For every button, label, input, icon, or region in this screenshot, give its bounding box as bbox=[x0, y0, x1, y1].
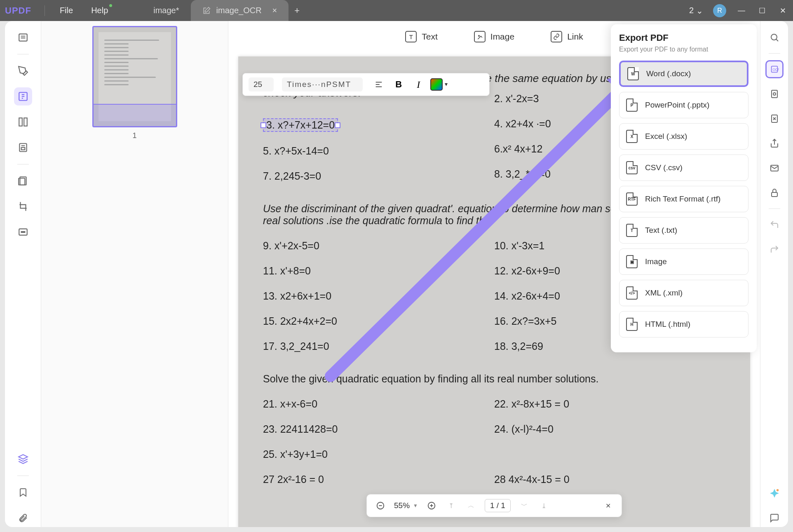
search-icon[interactable] bbox=[765, 28, 784, 47]
ppt-icon: P bbox=[626, 98, 638, 112]
redact-icon[interactable] bbox=[14, 223, 32, 241]
app-logo: UPDF bbox=[5, 5, 31, 16]
annotate-icon[interactable] bbox=[14, 62, 32, 80]
first-page-button[interactable]: ⤒ bbox=[445, 499, 458, 512]
forms-icon[interactable] bbox=[14, 138, 32, 157]
html-icon: H bbox=[626, 318, 638, 331]
export-subtitle: Export your PDF to any format bbox=[619, 46, 748, 53]
rtf-icon: RTF bbox=[626, 192, 638, 206]
export-powerpoint[interactable]: PPowerPoint (.pptx) bbox=[619, 92, 748, 118]
email-icon[interactable] bbox=[765, 159, 784, 177]
edit-pdf-icon[interactable] bbox=[14, 87, 32, 105]
svg-rect-33 bbox=[772, 192, 777, 197]
export-word[interactable]: WWord (.docx) bbox=[619, 61, 748, 87]
question-23[interactable]: 23. 22411428=0 bbox=[263, 423, 494, 435]
organize-pages-icon[interactable] bbox=[14, 113, 32, 131]
minimize-button[interactable]: — bbox=[736, 6, 747, 15]
close-button[interactable]: ✕ bbox=[777, 6, 788, 15]
export-csv[interactable]: csvCSV (.csv) bbox=[619, 155, 748, 181]
page-thumbnail[interactable] bbox=[92, 26, 177, 127]
question-3[interactable]: 3. x?+7x+12=0 bbox=[263, 118, 494, 132]
text-icon: T bbox=[405, 31, 417, 42]
italic-button[interactable]: I bbox=[411, 77, 426, 92]
question-13[interactable]: 13. x2+6x+1=0 bbox=[263, 290, 494, 302]
layers-icon[interactable] bbox=[14, 450, 32, 468]
zoom-out-button[interactable] bbox=[374, 499, 387, 512]
page-indicator[interactable]: 1 / 1 bbox=[485, 499, 511, 512]
attachment-icon[interactable] bbox=[14, 509, 32, 527]
text-format-toolbar: 25▼ Times···nPSMT▼ B I bbox=[242, 73, 490, 96]
question-7[interactable]: 7. 2,245-3=0 bbox=[263, 170, 494, 182]
text-tool[interactable]: TText bbox=[405, 31, 438, 42]
tab-image-ocr[interactable]: image_OCR × bbox=[191, 0, 289, 21]
question-22[interactable]: 22. x²-8x+15 = 0 bbox=[494, 398, 725, 410]
undo-icon[interactable] bbox=[765, 216, 784, 234]
bookmark-icon[interactable] bbox=[14, 483, 32, 502]
xml-icon: </> bbox=[626, 286, 638, 300]
menu-file[interactable]: File bbox=[60, 6, 73, 15]
question-24[interactable]: 24. (x-l)²-4=0 bbox=[494, 423, 725, 435]
font-family-select[interactable]: Times···nPSMT bbox=[282, 77, 363, 91]
separator bbox=[45, 5, 45, 16]
close-icon[interactable]: × bbox=[272, 6, 277, 15]
last-page-button[interactable]: ⤓ bbox=[538, 499, 550, 512]
ai-assistant-icon[interactable] bbox=[765, 484, 784, 502]
svg-point-34 bbox=[776, 489, 778, 491]
export-html[interactable]: HHTML (.html) bbox=[619, 311, 748, 337]
tab-label: image* bbox=[153, 6, 179, 15]
font-size-select[interactable]: 25 bbox=[249, 77, 274, 91]
share-icon[interactable] bbox=[765, 134, 784, 152]
next-page-button[interactable]: ﹀ bbox=[518, 499, 530, 512]
protect-icon[interactable] bbox=[765, 184, 784, 202]
svg-rect-8 bbox=[21, 148, 25, 150]
close-bar-button[interactable]: ✕ bbox=[602, 499, 614, 512]
question-5[interactable]: 5. x?+5x-14=0 bbox=[263, 145, 494, 157]
export-image[interactable]: ▣Image bbox=[619, 248, 748, 275]
prev-page-button[interactable]: ︿ bbox=[465, 499, 477, 512]
compress-icon[interactable] bbox=[765, 110, 784, 128]
question-25[interactable]: 25. x'+3y+1=0 bbox=[263, 448, 494, 460]
color-picker[interactable] bbox=[430, 78, 443, 91]
page-tool-icon[interactable] bbox=[14, 172, 32, 190]
link-tool[interactable]: Link bbox=[551, 31, 583, 42]
tab-label: image_OCR bbox=[216, 6, 262, 15]
question-15[interactable]: 15. 2x2+4x+2=0 bbox=[263, 315, 494, 327]
question-11[interactable]: 11. x'+8=0 bbox=[263, 265, 494, 277]
export-rtf[interactable]: RTFRich Text Format (.rtf) bbox=[619, 186, 748, 212]
zoom-level[interactable]: 55%▼ bbox=[394, 501, 418, 510]
ocr-export-icon[interactable]: OCR bbox=[765, 60, 784, 78]
bold-button[interactable]: B bbox=[391, 77, 406, 92]
export-txt[interactable]: TText (.txt) bbox=[619, 217, 748, 244]
redo-icon[interactable] bbox=[765, 240, 784, 258]
export-xml[interactable]: </>XML (.xml) bbox=[619, 280, 748, 306]
question-27[interactable]: 27 2x²-16 = 0 bbox=[263, 473, 494, 485]
question-9[interactable]: 9. x'+2x-5=0 bbox=[263, 240, 494, 252]
window-count[interactable]: 2⌄ bbox=[689, 6, 703, 16]
image-tool[interactable]: Image bbox=[474, 31, 514, 42]
selected-text[interactable]: 3. x?+7x+12=0 bbox=[263, 118, 338, 132]
maximize-button[interactable]: ☐ bbox=[757, 6, 767, 15]
image-icon: ▣ bbox=[626, 255, 638, 268]
excel-icon: X bbox=[626, 130, 638, 143]
zoom-in-button[interactable] bbox=[425, 499, 438, 512]
separator bbox=[17, 54, 29, 54]
crop-icon[interactable] bbox=[14, 197, 32, 216]
left-toolbar bbox=[5, 21, 41, 527]
separator bbox=[769, 209, 780, 209]
svg-marker-13 bbox=[19, 455, 28, 459]
export-excel[interactable]: XExcel (.xlsx) bbox=[619, 123, 748, 150]
convert-icon[interactable] bbox=[765, 85, 784, 103]
question-28[interactable]: 28 4x²-4x-15 = 0 bbox=[494, 473, 725, 485]
reader-mode-icon[interactable] bbox=[14, 28, 32, 47]
question-21[interactable]: 21. x+x-6=0 bbox=[263, 398, 494, 410]
app-body: 1 TText Image Link 25▼ Times···nPSMT▼ B … bbox=[5, 21, 788, 527]
align-icon[interactable] bbox=[371, 77, 387, 92]
avatar[interactable]: R bbox=[713, 4, 726, 17]
new-tab-button[interactable]: + bbox=[294, 5, 300, 16]
svg-point-24 bbox=[771, 34, 777, 40]
image-icon bbox=[474, 31, 486, 42]
menu-help[interactable]: Help bbox=[91, 6, 108, 15]
tab-image[interactable]: image* bbox=[142, 0, 190, 21]
question-17[interactable]: 17. 3,2_241=0 bbox=[263, 340, 494, 352]
comment-icon[interactable] bbox=[765, 509, 784, 527]
